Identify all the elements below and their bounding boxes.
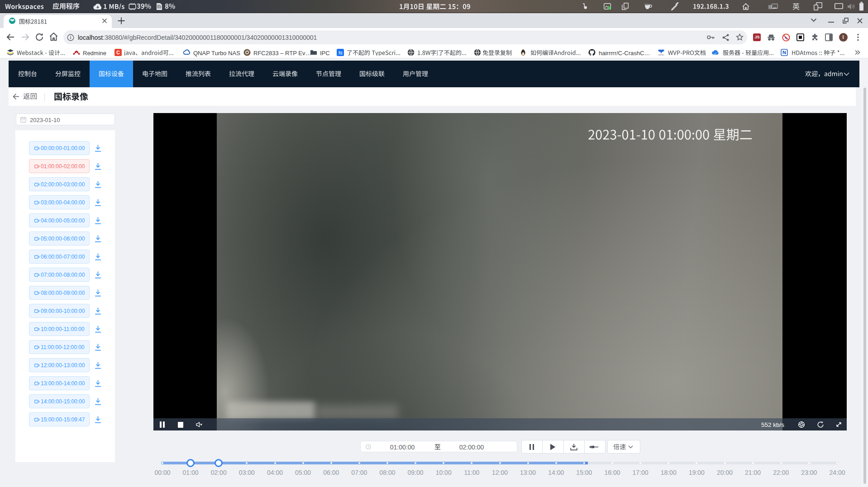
svg-text:知: 知 [338, 50, 343, 55]
svg-text:WVP-PRO: WVP-PRO [658, 54, 664, 56]
svg-text:C: C [116, 50, 120, 55]
